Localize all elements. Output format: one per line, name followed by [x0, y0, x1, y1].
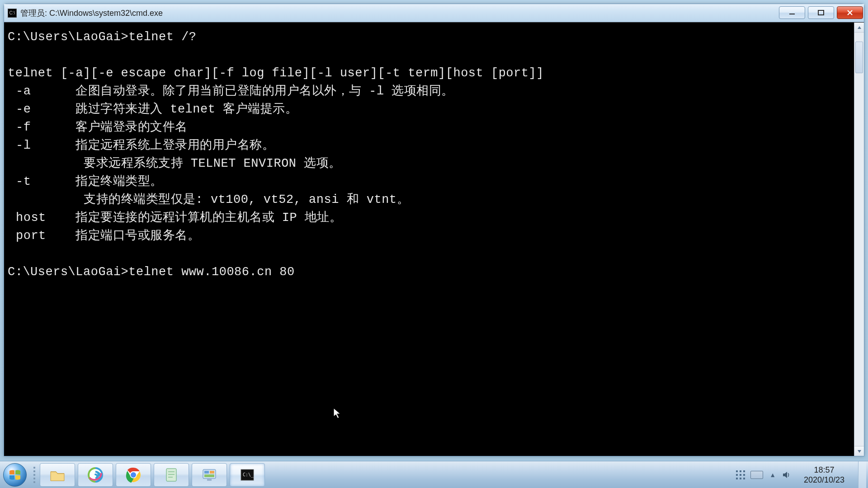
- window-title: 管理员: C:\Windows\system32\cmd.exe: [20, 8, 776, 19]
- windows-logo-icon: [3, 463, 27, 487]
- taskbar-clock[interactable]: 18:57 2020/10/23: [795, 463, 854, 487]
- opt-desc: 跳过字符来进入 telnet 客户端提示。: [75, 103, 297, 116]
- scroll-up-arrow-icon[interactable]: [854, 23, 864, 33]
- settings-panel-icon: [201, 466, 218, 483]
- svg-rect-17: [210, 471, 214, 474]
- opt-desc: 指定远程系统上登录用的用户名称。: [75, 139, 274, 152]
- opt-flag: host: [8, 209, 75, 227]
- taskbar-item-notepad[interactable]: [154, 463, 189, 487]
- opt-flag: port: [8, 227, 75, 245]
- taskbar-item-chrome[interactable]: [116, 463, 151, 487]
- maximize-button[interactable]: [808, 6, 834, 19]
- keyboard-ime-icon[interactable]: [750, 471, 763, 479]
- svg-text:C:\_: C:\_: [243, 472, 254, 478]
- svg-point-10: [131, 472, 136, 478]
- svg-rect-19: [207, 479, 212, 481]
- close-button[interactable]: [837, 6, 863, 19]
- svg-rect-11: [166, 469, 176, 481]
- opt-desc: 企图自动登录。除了用当前已登陆的用户名以外，与 -l 选项相同。: [75, 84, 454, 98]
- notepad-icon: [163, 466, 180, 483]
- opt-flag: -a: [8, 82, 75, 100]
- prompt: C:\Users\LaoGai>: [8, 30, 128, 44]
- cmd-icon: C:\_: [239, 466, 256, 483]
- tray-chevron-up-icon[interactable]: ▲: [769, 471, 776, 479]
- client-area: C:\Users\LaoGai>telnet /? telnet [-a][-e…: [4, 22, 864, 456]
- clock-date: 2020/10/23: [799, 475, 849, 485]
- taskbar-item-file-explorer[interactable]: [40, 463, 75, 487]
- vertical-scrollbar[interactable]: [854, 23, 864, 456]
- start-button[interactable]: [0, 461, 30, 488]
- opt-desc: 要求远程系统支持 TELNET ENVIRON 选项。: [84, 157, 341, 170]
- opt-desc: 指定端口号或服务名。: [75, 229, 200, 243]
- opt-desc: 支持的终端类型仅是: vt100, vt52, ansi 和 vtnt。: [84, 193, 409, 206]
- swirl-browser-icon: [87, 466, 104, 483]
- opt-desc: 指定终端类型。: [75, 175, 163, 188]
- taskbar-item-browser[interactable]: [78, 463, 113, 487]
- volume-icon[interactable]: [782, 471, 790, 479]
- command-text: telnet www.10086.cn 80: [128, 265, 294, 279]
- usage-line: telnet [-a][-e escape char][-f log file]…: [8, 66, 544, 80]
- pinned-separator: [32, 464, 37, 486]
- svg-marker-4: [858, 26, 861, 29]
- opt-flag: -e: [8, 100, 75, 118]
- opt-flag: -l: [8, 136, 75, 155]
- command-text: telnet /?: [128, 30, 196, 44]
- cmd-icon: C:\: [8, 9, 17, 18]
- clock-time: 18:57: [799, 465, 849, 475]
- scroll-track[interactable]: [854, 33, 864, 446]
- scroll-thumb[interactable]: [855, 42, 863, 73]
- taskbar-item-cmd[interactable]: C:\_: [230, 463, 265, 487]
- opt-desc: 客户端登录的文件名: [75, 121, 188, 134]
- opt-flag: -t: [8, 173, 75, 191]
- folder-icon: [49, 466, 66, 483]
- show-desktop-button[interactable]: [858, 461, 866, 488]
- svg-rect-18: [204, 474, 214, 477]
- svg-marker-22: [783, 472, 787, 478]
- chrome-icon: [125, 466, 142, 483]
- titlebar[interactable]: C:\ 管理员: C:\Windows\system32\cmd.exe: [4, 4, 864, 22]
- minimize-button[interactable]: [779, 6, 805, 19]
- terminal-output[interactable]: C:\Users\LaoGai>telnet /? telnet [-a][-e…: [4, 23, 854, 456]
- tray-overflow-icon[interactable]: [736, 466, 746, 484]
- taskbar-item-control-panel[interactable]: [192, 463, 227, 487]
- task-items: C:\_: [30, 461, 265, 488]
- taskbar[interactable]: C:\_ ▲ 18:57 2020/10/23: [0, 461, 868, 488]
- prompt: C:\Users\LaoGai>: [8, 265, 128, 279]
- scroll-down-arrow-icon[interactable]: [854, 446, 864, 456]
- opt-flag: -f: [8, 118, 75, 136]
- window-controls: [776, 6, 863, 20]
- svg-rect-1: [818, 10, 824, 15]
- svg-rect-16: [204, 471, 209, 474]
- svg-marker-5: [858, 450, 861, 453]
- cmd-window: C:\ 管理员: C:\Windows\system32\cmd.exe C:\…: [4, 4, 864, 456]
- opt-desc: 指定要连接的远程计算机的主机名或 IP 地址。: [75, 211, 342, 225]
- system-tray: ▲ 18:57 2020/10/23: [736, 461, 868, 488]
